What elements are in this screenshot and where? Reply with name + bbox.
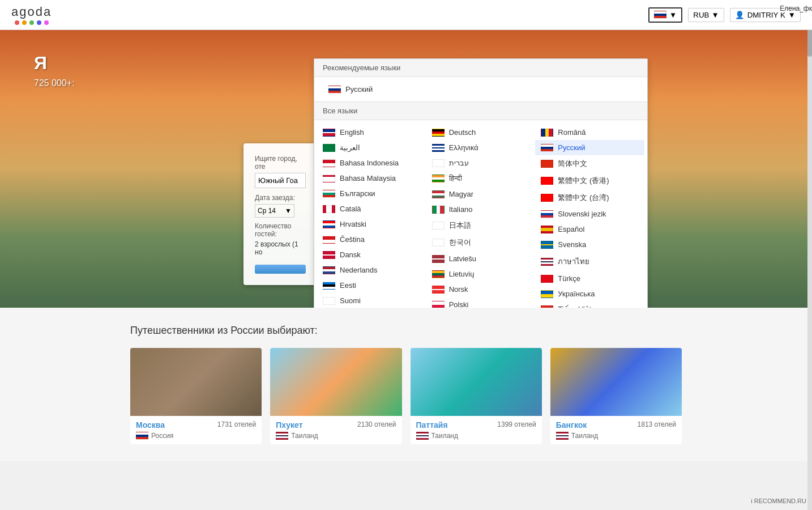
lang-item-swedish[interactable]: Svenska xyxy=(535,237,644,252)
flag-lv xyxy=(432,255,445,263)
lang-item-estonian[interactable]: Eesti xyxy=(317,278,426,293)
flag-es xyxy=(541,226,553,233)
label-lv: Latviešu xyxy=(449,254,476,263)
city-input[interactable] xyxy=(255,173,306,188)
lang-item-greek[interactable]: Ελληνικά xyxy=(426,140,536,155)
lang-item-vietnamese[interactable]: Tiếng Việt xyxy=(535,301,644,308)
flag-cs xyxy=(323,236,335,244)
label-bg: Български xyxy=(340,189,375,198)
lang-item-indonesian[interactable]: Bahasa Indonesia xyxy=(317,155,426,171)
city-flag-bangkok xyxy=(556,432,569,440)
lang-item-korean[interactable]: 한국어 xyxy=(426,234,536,251)
city-name-bangkok[interactable]: Бангкок xyxy=(556,420,587,430)
city-hotels-bangkok: 1813 отелей xyxy=(638,420,676,428)
lang-item-arabic[interactable]: العربية xyxy=(317,140,426,155)
lang-item-chinese-simplified[interactable]: 简体中文 xyxy=(535,155,644,172)
label-ca: Català xyxy=(340,205,361,213)
lang-item-chinese-tw[interactable]: 繁體中文 (台湾) xyxy=(535,189,644,206)
dot-5 xyxy=(44,20,49,25)
flag-ar xyxy=(323,144,335,152)
lang-item-dutch[interactable]: Nederlands xyxy=(317,262,426,278)
city-flag-moscow xyxy=(136,432,148,440)
flag-sl xyxy=(541,210,553,218)
flag-ko xyxy=(432,239,445,246)
lang-item-hebrew[interactable]: עברית xyxy=(426,155,536,171)
lang-item-croatian[interactable]: Hrvatski xyxy=(317,216,426,232)
lang-item-latvian[interactable]: Latviešu xyxy=(426,251,536,266)
lang-item-norwegian[interactable]: Norsk xyxy=(426,282,536,297)
label-uk: Українська xyxy=(558,290,595,298)
flag-no xyxy=(432,286,445,294)
flag-id xyxy=(323,159,335,167)
label-lt: Lietuvių xyxy=(449,270,475,278)
flag-tw-hk xyxy=(541,177,553,185)
lang-item-russian-recommended[interactable]: Русский xyxy=(323,82,639,97)
logo: agoda xyxy=(11,5,52,25)
search-button[interactable] xyxy=(255,265,306,274)
label-no: Norsk xyxy=(449,285,468,294)
lang-item-catalan[interactable]: Català xyxy=(317,201,426,216)
city-image-phuket xyxy=(270,348,401,416)
lang-item-slovenian[interactable]: Slovenski jezik xyxy=(535,206,644,222)
lang-item-thai[interactable]: ภาษาไทย xyxy=(535,252,644,271)
lang-item-polish[interactable]: Polski xyxy=(426,297,536,308)
section-title: Путешественники из России выбирают: xyxy=(130,325,682,337)
lang-item-turkish[interactable]: Türkçe xyxy=(535,271,644,286)
dot-3 xyxy=(29,20,34,25)
lang-item-spanish[interactable]: Español xyxy=(535,222,644,237)
lang-item-bulgarian[interactable]: Български xyxy=(317,186,426,201)
date-row: Ср 14 ▼ xyxy=(255,204,306,218)
logo-text: agoda xyxy=(11,5,52,19)
city-name-pattaya[interactable]: Паттайя xyxy=(416,420,448,430)
scrollbar[interactable] xyxy=(807,0,812,461)
label-fi: Suomi xyxy=(340,296,361,305)
label-tw-hk: 繁體中文 (香港) xyxy=(558,176,609,186)
flag-nl xyxy=(323,266,335,274)
hero-subtitle: 725 000+: xyxy=(34,78,75,88)
label-de: Deutsch xyxy=(449,128,476,137)
label-hi: हिन्दी xyxy=(449,174,462,183)
label-pl: Polski xyxy=(449,300,469,308)
label-ko: 한국어 xyxy=(449,237,471,248)
lang-item-hindi[interactable]: हिन्दी xyxy=(426,171,536,186)
flag-hi xyxy=(432,175,445,182)
search-box: Ищите город, оте Дата заезда: Ср 14 ▼ Ко… xyxy=(243,143,317,285)
checkin-input[interactable]: Ср 14 ▼ xyxy=(255,204,294,218)
currency-button[interactable]: RUB ▼ xyxy=(688,8,724,22)
city-name-phuket[interactable]: Пхукет xyxy=(276,420,302,430)
lang-item-chinese-hk[interactable]: 繁體中文 (香港) xyxy=(535,172,644,189)
city-image-moscow xyxy=(130,348,262,416)
lang-item-russian[interactable]: Русский xyxy=(535,140,644,155)
label-sv: Svenska xyxy=(558,240,586,249)
label-sl: Slovenski jezik xyxy=(558,210,606,218)
city-card-moscow: Москва 1731 отелей Россия xyxy=(130,348,262,444)
label-il: עברית xyxy=(449,159,469,167)
label-ar: العربية xyxy=(340,143,360,152)
lang-item-japanese[interactable]: 日本語 xyxy=(426,217,536,234)
lang-item-czech[interactable]: Čeština xyxy=(317,232,426,247)
lang-item-english[interactable]: English xyxy=(317,125,426,140)
lang-item-danish[interactable]: Dansk xyxy=(317,247,426,262)
city-info-pattaya: Паттайя 1399 отелей Таиланд xyxy=(411,416,542,444)
lang-item-romanian[interactable]: Română xyxy=(535,125,644,140)
lang-item-german[interactable]: Deutsch xyxy=(426,125,536,140)
checkin-arrow: ▼ xyxy=(285,207,292,215)
lang-grid: English العربية Bahasa Indonesia Bahasa … xyxy=(314,120,647,308)
lang-col-3: Română Русский 简体中文 繁體中文 (香港) 繁體中文 (台湾) … xyxy=(535,125,644,308)
lang-item-lithuanian[interactable]: Lietuvių xyxy=(426,266,536,282)
label-id: Bahasa Indonesia xyxy=(340,159,399,167)
lang-item-ukrainian[interactable]: Українська xyxy=(535,286,644,301)
flag-tr xyxy=(541,275,553,283)
lang-item-finnish[interactable]: Suomi xyxy=(317,293,426,308)
currency-arrow: ▼ xyxy=(711,11,719,19)
city-label: Ищите город, оте xyxy=(255,155,306,171)
lang-item-malay[interactable]: Bahasa Malaysia xyxy=(317,171,426,186)
flag-vi xyxy=(541,305,553,308)
city-name-moscow[interactable]: Москва xyxy=(136,420,165,430)
lang-item-hungarian[interactable]: Magyar xyxy=(426,186,536,202)
label-tw-tw: 繁體中文 (台湾) xyxy=(558,193,609,203)
recommended-section: Русский xyxy=(314,77,647,102)
language-button[interactable]: ▼ xyxy=(648,7,682,23)
lang-item-italian[interactable]: Italiano xyxy=(426,202,536,217)
city-hotels-pattaya: 1399 отелей xyxy=(497,420,536,428)
